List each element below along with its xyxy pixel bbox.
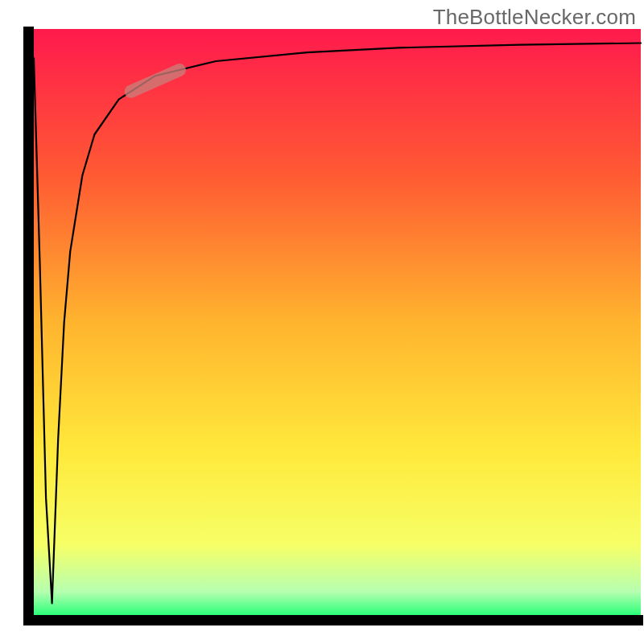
chart-stage: TheBottleNecker.com: [0, 0, 644, 644]
x-axis: [23, 615, 643, 625]
y-axis: [23, 27, 34, 625]
plot-background: [34, 29, 641, 615]
chart-svg: [0, 0, 644, 644]
